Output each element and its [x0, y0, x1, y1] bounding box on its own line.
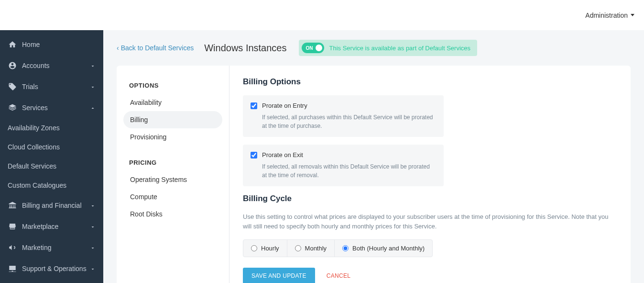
cycle-hourly-option[interactable]: Hourly [243, 240, 287, 257]
subnav-item-availability[interactable]: Availability [123, 94, 222, 111]
prorate-exit-checkbox[interactable] [251, 152, 257, 158]
cancel-button[interactable]: CANCEL [327, 272, 350, 279]
sidebar-item-label: Marketplace [22, 223, 90, 230]
cycle-hourly-radio[interactable] [251, 245, 257, 251]
chevron-down-icon [90, 224, 96, 229]
sidebar-item-label: Services [22, 104, 90, 112]
availability-toggle[interactable]: ON [302, 43, 324, 53]
sidebar-item-label: Accounts [22, 62, 90, 69]
content: ‹ Back to Default Services Windows Insta… [103, 30, 644, 283]
chevron-down-icon [90, 266, 96, 272]
administration-label: Administration [585, 11, 628, 19]
administration-menu[interactable]: Administration [585, 11, 634, 19]
sidebar-item-label: Home [22, 41, 96, 48]
subnav: OPTIONS Availability Billing Provisionin… [117, 66, 229, 283]
bank-icon [8, 201, 17, 210]
chevron-down-icon [90, 245, 96, 250]
subnav-item-provisioning[interactable]: Provisioning [123, 128, 222, 146]
sidebar-item-cloud-collections[interactable]: Cloud Collections [0, 137, 103, 157]
prorate-entry-description: If selected, all purchases within this D… [262, 113, 436, 130]
sidebar-item-billing-financial[interactable]: Billing and Financial [0, 195, 103, 216]
sidebar-item-label: Availability Zones [8, 124, 96, 132]
cycle-both-label: Both (Hourly and Monthly) [352, 245, 425, 252]
chevron-down-icon [90, 203, 96, 208]
cycle-both-option[interactable]: Both (Hourly and Monthly) [335, 240, 432, 257]
billing-cycle-radio-group: Hourly Monthly Both (Hourly and Monthly) [243, 239, 433, 257]
monitor-icon [8, 264, 17, 273]
cycle-monthly-radio[interactable] [295, 245, 301, 251]
topbar: Administration [0, 0, 644, 30]
store-icon [8, 222, 17, 231]
caret-down-icon [631, 14, 634, 16]
status-text: This Service is available as part of Def… [329, 45, 470, 52]
subnav-heading-pricing: PRICING [123, 159, 222, 166]
user-circle-icon [8, 61, 17, 70]
sidebar-item-services[interactable]: Services [0, 97, 103, 118]
chevron-left-icon: ‹ [117, 44, 119, 52]
subnav-item-billing[interactable]: Billing [123, 111, 222, 128]
chevron-up-icon [90, 105, 96, 111]
billing-options-title: Billing Options [243, 77, 617, 87]
cycle-both-radio[interactable] [342, 245, 349, 251]
prorate-entry-box: Prorate on Entry If selected, all purcha… [243, 95, 444, 137]
billing-cycle-title: Billing Cycle [243, 194, 617, 204]
subnav-item-compute[interactable]: Compute [123, 188, 222, 205]
sidebar-item-label: Default Services [8, 162, 96, 170]
sidebar-item-label: Marketing [22, 244, 90, 251]
sidebar-item-availability-zones[interactable]: Availability Zones [0, 118, 103, 137]
main-panel: Billing Options Prorate on Entry If sele… [229, 66, 631, 283]
sidebar: Home Accounts Trials Services Availabili… [0, 30, 103, 283]
save-button[interactable]: SAVE AND UPDATE [243, 268, 315, 283]
sidebar-item-default-services[interactable]: Default Services [0, 157, 103, 176]
sidebar-item-trials[interactable]: Trials [0, 76, 103, 97]
prorate-exit-box: Prorate on Exit If selected, all removal… [243, 145, 444, 186]
sidebar-item-label: Billing and Financial [22, 202, 90, 209]
service-status-pill: ON This Service is available as part of … [299, 40, 477, 56]
back-link-label: Back to Default Services [121, 44, 194, 52]
sidebar-item-home[interactable]: Home [0, 34, 103, 55]
page-title: Windows Instances [204, 43, 286, 54]
sidebar-item-custom-catalogues[interactable]: Custom Catalogues [0, 176, 103, 195]
sidebar-item-support-operations[interactable]: Support & Operations [0, 258, 103, 279]
chevron-down-icon [90, 63, 96, 68]
back-link[interactable]: ‹ Back to Default Services [117, 44, 194, 52]
sidebar-item-label: Cloud Collections [8, 143, 96, 151]
page-header: ‹ Back to Default Services Windows Insta… [103, 30, 644, 66]
settings-card: OPTIONS Availability Billing Provisionin… [117, 66, 631, 283]
cycle-monthly-option[interactable]: Monthly [287, 240, 335, 257]
prorate-exit-label: Prorate on Exit [262, 151, 303, 158]
tag-icon [8, 82, 17, 91]
chevron-down-icon [90, 84, 96, 90]
subnav-item-operating-systems[interactable]: Operating Systems [123, 171, 222, 188]
home-icon [8, 40, 17, 49]
sidebar-item-marketplace[interactable]: Marketplace [0, 216, 103, 237]
cycle-monthly-label: Monthly [305, 245, 327, 252]
cycle-hourly-label: Hourly [261, 245, 279, 252]
megaphone-icon [8, 243, 17, 252]
subnav-heading-options: OPTIONS [123, 82, 222, 89]
billing-cycle-help: Use this setting to control what prices … [243, 212, 617, 231]
sidebar-item-label: Trials [22, 83, 90, 91]
sidebar-item-accounts[interactable]: Accounts [0, 55, 103, 76]
prorate-entry-label: Prorate on Entry [262, 102, 307, 109]
sidebar-item-marketing[interactable]: Marketing [0, 237, 103, 258]
toggle-on-label: ON [306, 45, 313, 51]
prorate-exit-description: If selected, all removals within this De… [262, 162, 436, 180]
sidebar-item-label: Custom Catalogues [8, 181, 96, 189]
prorate-entry-checkbox[interactable] [251, 102, 257, 109]
form-actions: SAVE AND UPDATE CANCEL [243, 268, 617, 283]
layers-icon [8, 103, 17, 113]
subnav-item-root-disks[interactable]: Root Disks [123, 205, 222, 223]
toggle-knob [316, 45, 322, 51]
sidebar-item-label: Support & Operations [22, 265, 90, 272]
